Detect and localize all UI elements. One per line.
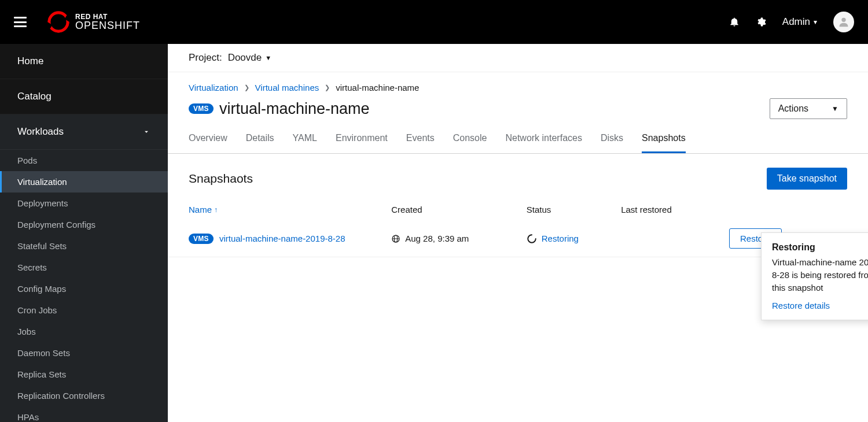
app-header: RED HAT OPENSHIFT Admin ▾ [0,0,868,44]
chevron-right-icon: ❯ [244,84,249,91]
snapshot-name-link[interactable]: virtual-machine-name-2019-8-28 [219,234,345,243]
tab-events[interactable]: Events [406,133,435,153]
main-content: Project: Doovde ▼ Virtualization ❯ Virtu… [168,44,868,422]
project-dropdown[interactable]: Doovde ▼ [228,52,272,64]
column-name-label: Name [189,205,212,214]
table-header: Name ↑ Created Status Last restored [168,197,868,220]
breadcrumb-current: virtual-machine-name [336,83,419,92]
svg-point-3 [841,18,845,22]
caret-down-icon: ▼ [832,105,838,113]
page-title: virtual-machine-name [219,100,370,118]
sidebar-item-hpas[interactable]: HPAs [0,406,168,422]
tabs: Overview Details YAML Environment Events… [168,119,868,154]
sidebar-item-deployment-configs[interactable]: Deployment Configs [0,214,168,235]
vms-badge: VMS [189,234,214,244]
sidebar-item-config-maps[interactable]: Config Maps [0,278,168,299]
breadcrumb-virtualization[interactable]: Virtualization [189,83,238,92]
tab-network-interfaces[interactable]: Network interfaces [505,133,582,153]
tab-details[interactable]: Details [246,133,274,153]
actions-dropdown[interactable]: Actions ▼ [770,98,847,119]
user-menu-dropdown[interactable]: Admin ▾ [782,16,817,28]
project-label: Project: [189,52,222,64]
sidebar-item-stateful-sets[interactable]: Stateful Sets [0,235,168,257]
sidebar-item-workloads[interactable]: Workloads [0,114,168,150]
page-heading: VMS virtual-machine-name [189,100,370,118]
sidebar-item-deployments[interactable]: Deployments [0,193,168,214]
user-label: Admin [782,16,810,28]
sidebar-item-jobs[interactable]: Jobs [0,321,168,342]
svg-point-0 [49,13,68,31]
vms-badge: VMS [189,103,214,114]
sidebar-item-cron-jobs[interactable]: Cron Jobs [0,299,168,321]
spinner-icon [527,234,537,244]
openshift-logo[interactable]: RED HAT OPENSHIFT [47,11,140,33]
user-icon [837,16,850,28]
chevron-down-icon [142,128,150,136]
bell-icon[interactable] [729,17,740,27]
redhat-logo-icon [47,11,69,33]
column-header-name[interactable]: Name ↑ [189,205,391,214]
sidebar-item-pods[interactable]: Pods [0,150,168,171]
sidebar-item-replica-sets[interactable]: Replica Sets [0,364,168,385]
project-bar: Project: Doovde ▼ [168,44,868,72]
popover-body: Virtual-machine-name 2019-8-28 is being … [772,256,868,294]
tab-yaml[interactable]: YAML [293,133,317,153]
tab-console[interactable]: Console [453,133,487,153]
status-link[interactable]: Restoring [542,234,579,243]
tab-disks[interactable]: Disks [601,133,623,153]
sidebar-item-secrets[interactable]: Secrets [0,257,168,278]
logo-line-2: OPENSHIFT [75,20,140,31]
sidebar-workloads-sublist: Pods Virtualization Deployments Deployme… [0,150,168,422]
popover-title: Restoring [772,242,815,253]
project-value: Doovde [228,52,262,64]
avatar[interactable] [833,12,854,32]
column-header-created[interactable]: Created [391,205,527,214]
tab-overview[interactable]: Overview [189,133,227,153]
sidebar-item-home[interactable]: Home [0,44,168,79]
hamburger-menu-button[interactable] [14,17,27,27]
sidebar-item-replication-controllers[interactable]: Replication Controllers [0,385,168,406]
column-header-status[interactable]: Status [527,205,621,214]
created-value: Aug 28, 9:39 am [405,234,469,243]
take-snapshot-button[interactable]: Take snapshot [767,168,847,190]
column-header-last-restored[interactable]: Last restored [621,205,729,214]
sidebar-item-virtualization[interactable]: Virtualization [0,171,168,193]
restore-details-link[interactable]: Restore details [772,301,830,310]
actions-label: Actions [778,103,808,114]
section-title: Snapshaots [189,172,253,186]
globe-icon [391,234,400,243]
sidebar-item-daemon-sets[interactable]: Daemon Sets [0,342,168,364]
chevron-down-icon: ▾ [814,18,817,26]
chevron-right-icon: ❯ [325,84,330,91]
sidebar-workloads-label: Workloads [17,126,64,138]
caret-down-icon: ▼ [265,54,271,61]
tab-environment[interactable]: Environment [336,133,388,153]
sidebar: Home Catalog Workloads Pods Virtualizati… [0,44,168,422]
breadcrumb-virtual-machines[interactable]: Virtual machines [255,83,319,92]
tab-snapshots[interactable]: Snapshots [642,133,686,153]
gear-icon[interactable] [756,17,766,27]
sort-ascending-icon: ↑ [214,206,218,214]
sidebar-item-catalog[interactable]: Catalog [0,79,168,114]
status-popover: Restoring ✕ Virtual-machine-name 2019-8-… [761,232,868,320]
breadcrumb: Virtualization ❯ Virtual machines ❯ virt… [168,72,868,96]
